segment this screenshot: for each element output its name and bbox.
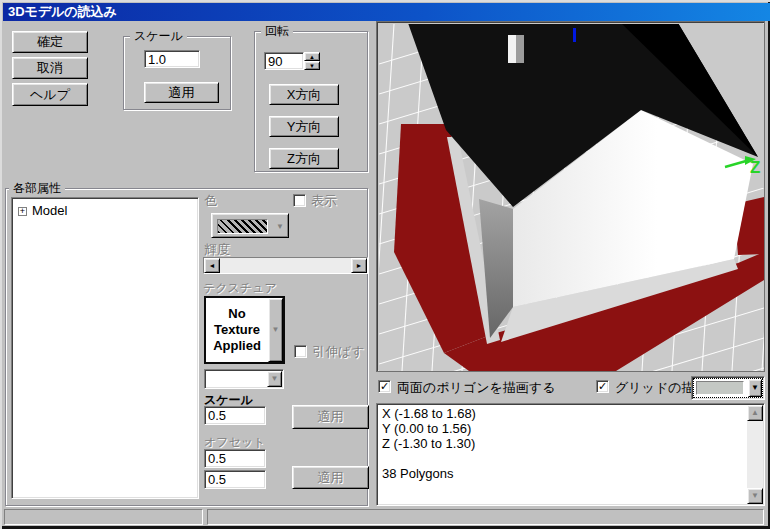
texture-label: テクスチュア	[203, 281, 277, 295]
rotate-z-button[interactable]: Z方向	[269, 148, 339, 169]
brightness-label: 輝度	[204, 243, 230, 257]
confirm-button-label: 確定	[37, 33, 63, 51]
draw-grid-checkbox[interactable]: ✓	[596, 380, 609, 393]
offset-apply-button[interactable]: 適用	[292, 466, 369, 489]
scale-apply-label: 適用	[169, 84, 195, 102]
model-info-textarea[interactable]: X (-1.68 to 1.68) Y (0.00 to 1.56) Z (-1…	[376, 403, 765, 506]
scrollbar-down-button[interactable]: ▼	[747, 488, 763, 504]
spinner-down-button[interactable]: ▼	[304, 61, 320, 70]
up-arrow-icon: ▲	[751, 409, 759, 417]
rotate-z-label: Z方向	[287, 150, 321, 168]
texture-combo-arrow-icon: ▼	[271, 375, 279, 383]
scrollbar-left-button[interactable]: ◄	[204, 258, 220, 273]
dialog-3d-model-load: 3Dモデルの読込み 確定 取消 ヘルプ スケール 1.0 適用 回転 90 ▲ …	[0, 0, 770, 529]
help-button-label: ヘルプ	[30, 86, 70, 104]
tree-node-model[interactable]: + Model	[18, 204, 67, 218]
offset-label: オフセット	[204, 435, 265, 449]
chimney-dark-face	[516, 35, 524, 63]
rotation-angle-input[interactable]: 90	[264, 52, 304, 70]
cancel-button-label: 取消	[37, 59, 63, 77]
rotate-x-button[interactable]: X方向	[269, 84, 339, 105]
offset-input-2[interactable]: 0.5	[204, 470, 266, 489]
show-checkbox[interactable]	[293, 194, 306, 207]
info-vertical-scrollbar[interactable]: ▲ ▼	[747, 405, 763, 504]
status-bar-panel-left	[4, 509, 203, 525]
checkmark-icon: ✓	[380, 380, 389, 392]
grid-color-dropdown[interactable]: ▼	[691, 376, 765, 400]
cancel-button[interactable]: 取消	[12, 57, 88, 79]
y-axis-marker	[573, 28, 576, 42]
left-arrow-icon: ◄	[209, 262, 216, 270]
scrollbar-right-button[interactable]: ►	[351, 258, 367, 273]
grid-color-swatch	[696, 381, 744, 395]
spinner-up-button[interactable]: ▲	[304, 52, 320, 61]
info-line-polygons: 38 Polygons	[382, 466, 744, 481]
color-swatch	[217, 219, 268, 234]
up-arrow-icon: ▲	[309, 53, 315, 61]
model-tree[interactable]: + Model	[11, 197, 199, 499]
color-dropdown-arrow-icon: ▼	[276, 223, 284, 231]
rotation-group: 回転 90 ▲ ▼ X方向 Y方向 Z方向	[254, 31, 368, 172]
rotation-group-title: 回転	[261, 24, 293, 38]
grid-color-dropdown-button[interactable]: ▼	[748, 379, 762, 397]
tree-node-label[interactable]: Model	[32, 204, 67, 218]
texture-scale-label: スケール	[204, 393, 253, 407]
texture-dropdown-arrow-icon: ▼	[272, 326, 280, 334]
rotate-x-label: X方向	[287, 86, 322, 104]
title-bar[interactable]: 3Dモデルの読込み	[3, 3, 770, 21]
info-line-z: Z (-1.30 to 1.30)	[382, 436, 744, 451]
window-title: 3Dモデルの読込み	[8, 4, 117, 19]
scale-apply-button[interactable]: 適用	[144, 82, 219, 103]
texture-scale-apply-label: 適用	[318, 408, 344, 426]
confirm-button[interactable]: 確定	[12, 31, 88, 53]
info-line-y: Y (0.00 to 1.56)	[382, 421, 744, 436]
checkmark-icon: ✓	[598, 380, 607, 392]
draw-both-sides-label: 両面のポリゴンを描画する	[397, 381, 555, 395]
texture-scale-apply-button[interactable]: 適用	[292, 405, 369, 429]
color-dropdown[interactable]: ▼	[211, 213, 289, 238]
attributes-group: 各部属性 + Model 色 ▼ 表示 輝度 ◄ ► テクスチュア No Tex…	[5, 188, 368, 506]
tree-expander-icon[interactable]: +	[18, 207, 27, 216]
info-line-x: X (-1.68 to 1.68)	[382, 406, 744, 421]
scale-input[interactable]: 1.0	[144, 50, 200, 68]
right-arrow-icon: ►	[356, 262, 363, 270]
show-checkbox-label: 表示	[311, 194, 337, 208]
texture-combo-button[interactable]: ▼	[267, 371, 282, 387]
status-bar-panel-right	[207, 509, 764, 525]
rotate-y-label: Y方向	[287, 118, 322, 136]
attributes-group-title: 各部属性	[9, 181, 65, 195]
grid-color-arrow-icon: ▼	[751, 384, 759, 392]
down-arrow-icon: ▼	[751, 492, 759, 500]
info-line-blank	[382, 451, 744, 466]
stretch-checkbox-label: 引伸ばす	[312, 345, 365, 359]
color-label: 色	[204, 194, 217, 208]
offset-input-1[interactable]: 0.5	[204, 449, 266, 468]
scrollbar-up-button[interactable]: ▲	[747, 405, 763, 421]
help-button[interactable]: ヘルプ	[12, 83, 88, 106]
texture-value: No Texture Applied	[206, 306, 268, 354]
scale-group-title: スケール	[130, 29, 187, 43]
rotate-y-button[interactable]: Y方向	[269, 116, 339, 137]
viewport-3d-scene: Z	[379, 24, 764, 371]
viewport-3d[interactable]: Z	[376, 21, 765, 372]
rotation-spinner: ▲ ▼	[304, 52, 320, 70]
texture-scale-input[interactable]: 0.5	[204, 406, 266, 425]
offset-apply-label: 適用	[318, 469, 344, 487]
down-arrow-icon: ▼	[309, 62, 315, 70]
stretch-checkbox[interactable]	[294, 345, 307, 358]
scale-group: スケール 1.0 適用	[123, 36, 231, 110]
texture-dropdown-button[interactable]: ▼	[268, 298, 283, 362]
draw-both-sides-checkbox[interactable]: ✓	[378, 380, 391, 393]
texture-listbox[interactable]: No Texture Applied ▼	[204, 296, 285, 364]
z-axis-label: Z	[750, 158, 760, 177]
texture-select-combo[interactable]: ▼	[204, 369, 284, 389]
chimney-light-face	[508, 35, 516, 63]
brightness-scrollbar[interactable]: ◄ ►	[203, 257, 368, 274]
